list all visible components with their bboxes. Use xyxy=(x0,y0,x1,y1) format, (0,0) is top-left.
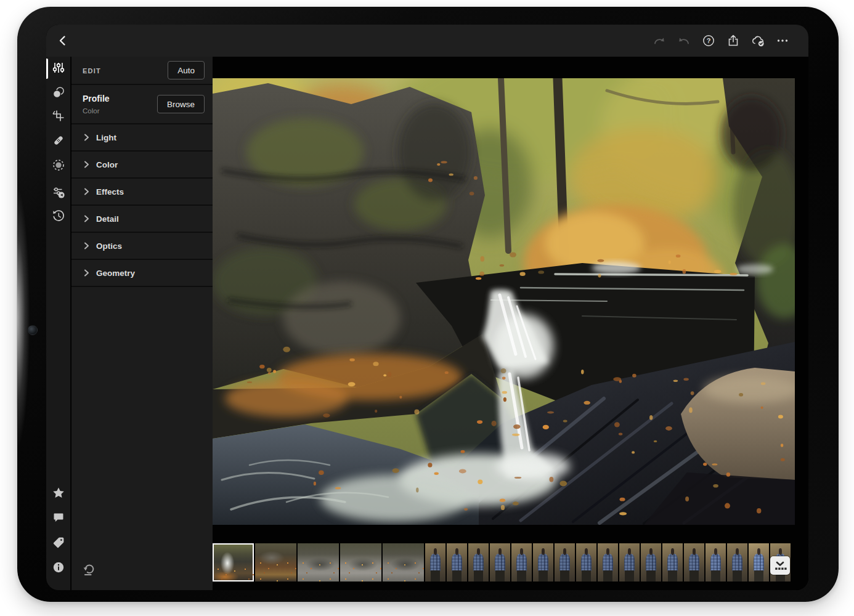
panel-section-light[interactable]: Light xyxy=(71,124,213,152)
filmstrip-thumbnail[interactable] xyxy=(490,543,510,582)
filmstrip-thumbnail[interactable] xyxy=(383,543,424,582)
tool-masking-button[interactable] xyxy=(51,158,66,172)
tool-crop-button[interactable] xyxy=(51,108,66,123)
thumbnail-art xyxy=(431,570,440,582)
filmstrip-thumbnail[interactable] xyxy=(641,543,661,582)
share-icon xyxy=(726,34,740,47)
thumbnail-art xyxy=(625,570,634,582)
panel-section-detail[interactable]: Detail xyxy=(71,206,213,233)
thumbnail-art xyxy=(710,554,721,572)
tool-edit-button[interactable] xyxy=(51,60,66,75)
filmstrip-thumbnail[interactable] xyxy=(706,543,726,582)
keyword-button[interactable] xyxy=(51,535,66,550)
profile-row: Profile Color Browse xyxy=(71,85,213,124)
filmstrip-collapse-button[interactable] xyxy=(770,556,790,575)
comment-button[interactable] xyxy=(51,510,66,525)
thumbnail-art xyxy=(455,548,459,555)
top-bar: ? xyxy=(46,25,808,57)
filmstrip-thumbnail[interactable] xyxy=(619,543,640,582)
help-button[interactable]: ? xyxy=(701,33,716,48)
ellipsis-icon xyxy=(776,34,789,47)
filmstrip-thumbnail[interactable] xyxy=(533,543,553,582)
filmstrip-thumbnail[interactable] xyxy=(340,543,381,582)
filmstrip-thumbnail[interactable] xyxy=(576,543,596,582)
thumbnail-art xyxy=(711,570,720,582)
redo-icon xyxy=(653,34,666,47)
panel-section-optics[interactable]: Optics xyxy=(71,233,213,260)
chevron-right-icon xyxy=(83,269,90,277)
back-button[interactable] xyxy=(51,29,75,52)
filmstrip-thumbnail[interactable] xyxy=(684,543,704,582)
thumbnail-art xyxy=(582,570,591,582)
history-clock-icon xyxy=(52,209,65,222)
star-icon xyxy=(52,486,65,500)
chevron-right-icon xyxy=(83,215,90,222)
tool-profiles-button[interactable] xyxy=(51,85,66,100)
filmstrip-thumbnail[interactable] xyxy=(447,543,467,582)
thumbnail-art xyxy=(539,570,548,582)
question-circle-icon: ? xyxy=(702,34,715,47)
filmstrip-thumbnail[interactable] xyxy=(662,543,683,582)
filmstrip-thumbnail[interactable] xyxy=(255,543,296,582)
thumbnail-art xyxy=(516,554,527,572)
thumbnail-art xyxy=(649,548,653,555)
rate-review-button[interactable] xyxy=(51,485,66,500)
thumbnail-art xyxy=(757,548,761,555)
thumbnail-art xyxy=(477,548,481,555)
thumbnail-art xyxy=(434,548,437,555)
filmstrip xyxy=(213,543,791,582)
thumbnail-art xyxy=(671,548,675,555)
filmstrip-thumbnail[interactable] xyxy=(749,543,769,582)
filmstrip-thumbnail[interactable] xyxy=(425,543,445,582)
presets-icon xyxy=(52,185,65,199)
tag-icon xyxy=(52,536,65,549)
thumbnail-art xyxy=(498,548,502,555)
active-tool-indicator xyxy=(46,59,48,79)
filmstrip-thumbnail[interactable] xyxy=(213,543,254,582)
thumbnail-art xyxy=(646,570,656,582)
thumbnail-art xyxy=(495,554,505,572)
chevron-right-icon xyxy=(83,242,90,249)
browse-button[interactable]: Browse xyxy=(157,95,205,113)
section-label: Light xyxy=(96,133,116,142)
thumbnail-art xyxy=(603,554,613,572)
tablet-frame: ? xyxy=(17,7,839,602)
thumbnail-art xyxy=(452,570,462,582)
waterfall-photo xyxy=(213,78,795,525)
panel-section-effects[interactable]: Effects xyxy=(71,179,213,206)
filmstrip-thumbnail[interactable] xyxy=(511,543,532,582)
edit-panel-title: EDIT xyxy=(83,67,101,75)
profile-value: Color xyxy=(83,107,99,115)
redo-button[interactable] xyxy=(652,33,667,48)
more-button[interactable] xyxy=(775,33,790,48)
photo-canvas xyxy=(213,78,795,525)
tool-presets-button[interactable] xyxy=(51,185,66,200)
tool-healing-button[interactable] xyxy=(51,133,66,148)
filmstrip-thumbnail[interactable] xyxy=(298,543,339,582)
auto-button[interactable]: Auto xyxy=(168,61,205,79)
share-button[interactable] xyxy=(726,33,741,48)
thumbnail-art xyxy=(474,570,483,582)
filmstrip-thumbnail[interactable] xyxy=(555,543,575,582)
thumbnail-art xyxy=(754,554,764,572)
panel-section-color[interactable]: Color xyxy=(71,152,213,179)
crop-rotate-icon xyxy=(52,109,65,123)
cloud-sync-button[interactable] xyxy=(750,33,765,48)
profile-label: Profile xyxy=(83,94,110,103)
reset-button[interactable] xyxy=(81,561,97,577)
thumbnail-art xyxy=(538,554,548,572)
tool-rail xyxy=(46,57,71,590)
thumbnail-art xyxy=(693,548,696,555)
tool-versions-button[interactable] xyxy=(51,208,66,223)
thumbnail-art xyxy=(667,554,678,572)
section-label: Detail xyxy=(96,214,119,224)
info-button[interactable] xyxy=(51,560,66,575)
filmstrip-thumbnail[interactable] xyxy=(727,543,747,582)
thumbnail-art xyxy=(559,554,570,572)
panel-section-geometry[interactable]: Geometry xyxy=(71,260,213,287)
filmstrip-thumbnail[interactable] xyxy=(598,543,618,582)
undo-button[interactable] xyxy=(677,33,691,48)
thumbnail-art xyxy=(628,548,632,555)
filmstrip-thumbnail[interactable] xyxy=(468,543,489,582)
thumbnail-art xyxy=(668,570,677,582)
